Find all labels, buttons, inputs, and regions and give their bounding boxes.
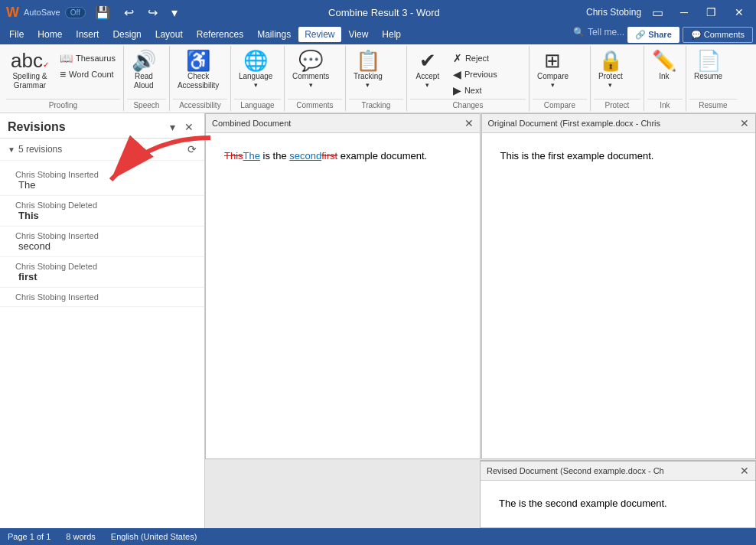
close-button[interactable]: ✕ (728, 5, 750, 20)
thesaurus-icon: 📖 (60, 52, 73, 64)
expand-icon: ▼ (8, 145, 15, 154)
language-dropdown-icon: ▾ (254, 81, 258, 89)
revised-doc-content[interactable]: The is the second example document. (481, 481, 755, 527)
save-button[interactable]: 💾 (90, 4, 115, 21)
protect-icon: 🔒 (598, 51, 623, 70)
ribbon-section-ink: ✏️ Ink Ink (644, 46, 686, 111)
menu-view[interactable]: View (343, 27, 375, 42)
revised-doc-close-button[interactable]: ✕ (740, 465, 749, 477)
revision-text: The (15, 179, 195, 191)
window-title: Combine Result 3 - Word (328, 7, 440, 18)
user-name: Chris Stobing (586, 7, 641, 18)
language-status: English (United States) (111, 532, 197, 541)
ribbon-toggle-button[interactable]: ▭ (647, 4, 668, 21)
menu-layout[interactable]: Layout (149, 27, 189, 42)
autosave-label: AutoSave (24, 8, 60, 17)
original-doc-content[interactable]: This is the first example document. (482, 133, 756, 459)
combined-doc-content[interactable]: ThisThe is the secondfirst example docum… (206, 133, 480, 459)
list-item: Chris Stobing Inserted (0, 288, 204, 307)
comments-toggle-button[interactable]: 💬 Comments (683, 27, 753, 43)
list-item: Chris Stobing Inserted The (0, 165, 204, 196)
previous-change-button[interactable]: ◀ Previous (448, 67, 502, 82)
original-document-panel: Original Document (First example.docx - … (481, 113, 757, 459)
tracking-dropdown-icon: ▾ (366, 81, 370, 89)
ribbon-section-language: 🌐 Language ▾ Language (231, 46, 285, 111)
menu-mailings[interactable]: Mailings (251, 27, 297, 42)
resume-button[interactable]: 📄 Resume (689, 47, 727, 84)
ribbon: abc✓ Spelling & Grammar 📖 Thesaurus ≡ Wo… (0, 44, 756, 113)
read-aloud-button[interactable]: 🔊 Read Aloud (127, 47, 161, 93)
deleted-word-first: first (321, 150, 337, 162)
combined-doc-text: ThisThe is the secondfirst example docum… (224, 148, 461, 165)
menu-design[interactable]: Design (106, 27, 147, 42)
menu-file[interactable]: File (3, 27, 30, 42)
ribbon-section-compare: ⊞ Compare ▾ Compare (530, 46, 591, 111)
undo-button[interactable]: ↩ (119, 4, 138, 21)
restore-button[interactable]: ❐ (700, 5, 722, 20)
accept-button[interactable]: ✔ Accept ▾ (410, 47, 445, 92)
revision-text: first (15, 271, 195, 282)
revised-doc-text: The is the second example document. (499, 496, 737, 512)
revision-text: second (15, 240, 195, 252)
menu-bar-right: 🔍 Tell me... 🔗 Share 💬 Comments (573, 27, 753, 43)
refresh-icon[interactable]: ⟳ (187, 143, 197, 155)
protect-dropdown-icon: ▾ (608, 81, 612, 89)
combined-doc-header: Combined Document ✕ (206, 114, 480, 133)
customize-qat-button[interactable]: ▾ (167, 4, 182, 21)
prev-icon: ◀ (453, 68, 461, 80)
reject-button[interactable]: ✗ Reject (448, 51, 502, 66)
spelling-icon: abc✓ (11, 51, 49, 70)
next-icon: ▶ (453, 84, 461, 96)
status-bar: Page 1 of 1 8 words English (United Stat… (0, 528, 756, 545)
bottom-spacer (205, 460, 480, 528)
compare-button[interactable]: ⊞ Compare ▾ (533, 47, 573, 92)
original-doc-text: This is the first example document. (500, 148, 738, 165)
ribbon-section-comments: 💬 Comments ▾ Comments (285, 46, 346, 111)
combined-doc-close-button[interactable]: ✕ (464, 117, 474, 129)
combined-doc-title: Combined Document (212, 119, 291, 128)
thesaurus-button[interactable]: 📖 Thesaurus (55, 51, 120, 66)
menu-help[interactable]: Help (376, 27, 407, 42)
comments-dropdown-icon: ▾ (309, 81, 313, 89)
title-bar-left: W AutoSave Off 💾 ↩ ↪ ▾ (6, 4, 182, 21)
ink-button[interactable]: ✏️ Ink (647, 47, 681, 84)
menu-review[interactable]: Review (298, 27, 341, 42)
accessibility-icon: ♿ (186, 51, 210, 70)
documents-area: Combined Document ✕ ThisThe is the secon… (205, 113, 756, 528)
revisions-header-buttons: ▾ ✕ (167, 119, 197, 135)
minimize-button[interactable]: ─ (674, 5, 694, 20)
word-logo-icon: W (6, 5, 19, 21)
share-button[interactable]: 🔗 Share (627, 27, 679, 43)
check-accessibility-button[interactable]: ♿ Check Accessibility (173, 47, 223, 93)
revisions-close-button[interactable]: ✕ (181, 119, 197, 135)
menu-bar: File Home Insert Design Layout Reference… (0, 24, 756, 44)
menu-home[interactable]: Home (31, 27, 68, 42)
next-change-button[interactable]: ▶ Next (448, 83, 502, 98)
language-button[interactable]: 🌐 Language ▾ (234, 47, 278, 92)
original-doc-header: Original Document (First example.docx - … (482, 114, 756, 133)
bottom-doc-row: Revised Document (Second example.docx - … (205, 460, 756, 528)
accept-dropdown-icon: ▾ (425, 81, 429, 89)
revision-author: Chris Stobing Deleted (15, 201, 195, 210)
tracking-button[interactable]: 📋 Tracking ▾ (349, 47, 387, 92)
spelling-grammar-button[interactable]: abc✓ Spelling & Grammar (6, 47, 54, 93)
revisions-chevron-button[interactable]: ▾ (167, 119, 178, 135)
menu-references[interactable]: References (191, 27, 249, 42)
main-area: Revisions ▾ ✕ ▼ 5 revisions ⟳ Chris Stob… (0, 113, 756, 528)
list-item: Chris Stobing Deleted first (0, 257, 204, 288)
word-count-button[interactable]: ≡ Word Count (55, 67, 120, 82)
protect-button[interactable]: 🔒 Protect ▾ (594, 47, 627, 92)
deleted-word-this: This (224, 150, 243, 162)
revisions-header: Revisions ▾ ✕ (0, 113, 204, 139)
autosave-toggle[interactable]: Off (65, 7, 86, 18)
original-doc-close-button[interactable]: ✕ (740, 117, 749, 129)
menu-insert[interactable]: Insert (70, 27, 105, 42)
inserted-word-the: The (243, 150, 260, 162)
revision-text: This (15, 210, 195, 221)
revision-author: Chris Stobing Inserted (15, 292, 195, 302)
list-item: Chris Stobing Inserted second (0, 227, 204, 257)
redo-button[interactable]: ↪ (143, 4, 162, 21)
comments-button[interactable]: 💬 Comments ▾ (288, 47, 334, 92)
revised-doc-header: Revised Document (Second example.docx - … (481, 462, 755, 481)
compare-icon: ⊞ (544, 51, 561, 70)
